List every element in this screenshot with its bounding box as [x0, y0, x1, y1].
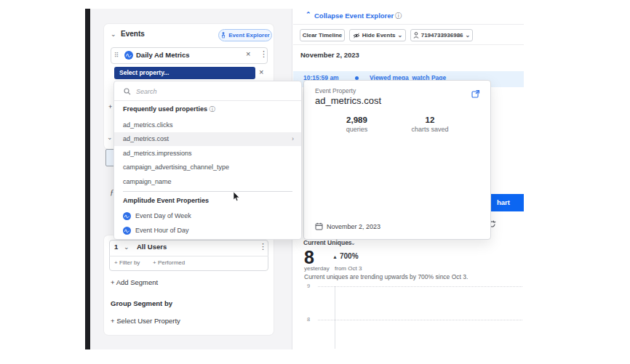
chevron-down-icon[interactable]: ⌄	[124, 244, 129, 251]
clear-timeline-button[interactable]: Clear Timeline	[300, 29, 345, 41]
frequent-properties-title: Frequently used properties ⓘ	[123, 105, 215, 114]
hide-events-label: Hide Events	[362, 32, 396, 39]
search-input[interactable]	[136, 85, 282, 98]
trend-up-icon: ▲	[332, 254, 338, 259]
events-section-title: Events	[121, 30, 145, 38]
occluded-chevron-fragment: ⌄	[107, 134, 113, 141]
event-name-label: Daily Ad Metrics	[136, 51, 190, 59]
add-segment-button[interactable]: + Add Segment	[111, 278, 158, 286]
kpi-change: 700%	[340, 252, 359, 260]
kpi-value-caption: yesterday	[304, 265, 330, 272]
calendar-icon	[315, 222, 323, 230]
queries-count: 2,989	[326, 116, 388, 124]
collapse-event-explorer-link[interactable]: Collapse Event Explorer	[314, 12, 394, 20]
amplitude-icon	[123, 212, 131, 220]
popup-property-name: ad_metrics.cost	[315, 95, 381, 106]
y-axis-line	[335, 286, 335, 349]
gridline	[318, 320, 522, 320]
user-icon	[413, 32, 419, 39]
insight-text: Current uniques are trending upwards by …	[304, 273, 468, 280]
metric-selector[interactable]: Current Uniques	[303, 239, 352, 246]
eye-off-icon	[353, 33, 360, 39]
clear-timeline-label: Clear Timeline	[303, 32, 343, 39]
property-detail-popup: Event Property ad_metrics.cost 2,989 que…	[303, 80, 491, 240]
frequent-properties-title-text: Frequently used properties	[123, 105, 207, 113]
chevron-down-icon[interactable]: ⌄	[111, 31, 116, 38]
segment-menu-icon[interactable]: ⋮	[259, 243, 267, 251]
chevron-down-icon[interactable]: ⌄	[351, 240, 356, 246]
property-option[interactable]: campaign_advertising_channel_type	[114, 161, 301, 174]
chevron-right-icon: ›	[292, 132, 294, 146]
segment-index: 1	[114, 243, 118, 251]
divider	[109, 256, 268, 256]
property-option[interactable]: ad_metrics.clicks	[114, 118, 301, 132]
event-explorer-button[interactable]: Event Explorer	[218, 29, 272, 41]
filter-by-button[interactable]: + Filter by	[114, 259, 140, 266]
amplitude-properties-title: Amplitude Event Properties	[123, 197, 209, 204]
user-id-button[interactable]: 7194733936986 ⌄	[410, 29, 473, 41]
search-icon	[124, 88, 131, 95]
property-option-highlighted[interactable]: ad_metrics.cost ›	[114, 132, 301, 146]
info-icon[interactable]: ⓘ	[395, 12, 402, 21]
select-property-field[interactable]: Select property...	[114, 67, 255, 79]
chevron-down-icon: ⌄	[466, 32, 471, 39]
property-option-label: Event Day of Week	[135, 212, 191, 219]
remove-event-icon[interactable]: ×	[246, 50, 250, 58]
chevron-up-icon[interactable]: ⌃	[306, 11, 311, 18]
chevron-down-icon: ⌄	[398, 32, 403, 39]
performed-button[interactable]: + Performed	[153, 259, 185, 266]
mouse-cursor	[233, 191, 241, 202]
group-segment-by-title: Group Segment by	[111, 299, 172, 307]
gridline	[318, 286, 522, 287]
amplitude-event-icon	[124, 51, 133, 60]
property-option[interactable]: campaign_name	[114, 175, 301, 189]
open-external-icon[interactable]	[471, 89, 480, 98]
select-user-property-button[interactable]: + Select User Property	[111, 317, 180, 325]
property-option[interactable]: Event Day of Week	[123, 211, 191, 221]
hide-events-button[interactable]: Hide Events ⌄	[349, 29, 406, 41]
info-icon[interactable]: ⓘ	[210, 105, 216, 113]
y-axis-tick: 8	[307, 316, 310, 323]
divider	[293, 24, 524, 25]
property-dropdown: Frequently used properties ⓘ ad_metrics.…	[113, 81, 302, 240]
property-option-label: Event Hour of Day	[135, 227, 189, 234]
property-option-label: ad_metrics.cost	[123, 135, 169, 142]
window-edge-bar	[85, 9, 90, 349]
event-explorer-button-label: Event Explorer	[228, 32, 269, 39]
save-chart-button[interactable]: hart	[491, 194, 524, 211]
popup-kicker: Event Property	[315, 87, 356, 94]
divider	[123, 191, 292, 192]
occluded-plus-fragment: +	[108, 103, 112, 110]
property-option[interactable]: ad_metrics.impressions	[114, 147, 301, 161]
divider	[114, 100, 301, 101]
event-menu-icon[interactable]: ⋮	[260, 50, 268, 58]
queries-label: queries	[326, 126, 388, 133]
divider	[293, 44, 524, 45]
kpi-change-caption: from Oct 3	[335, 265, 362, 272]
property-option[interactable]: Event Hour of Day	[123, 225, 189, 235]
popup-date: November 2, 2023	[327, 223, 380, 230]
segment-name[interactable]: All Users	[137, 243, 167, 251]
timeline-date-header: November 2, 2023	[300, 51, 359, 59]
user-id-label: 7194733936986	[421, 32, 463, 39]
amplitude-icon	[123, 227, 131, 235]
drag-handle-icon[interactable]: ⠿	[114, 52, 119, 59]
y-axis-tick: 9	[307, 283, 310, 289]
charts-saved-count: 12	[399, 116, 461, 124]
explorer-person-icon	[220, 32, 226, 39]
remove-property-icon[interactable]: ×	[259, 68, 263, 76]
charts-saved-label: charts saved	[399, 126, 461, 133]
